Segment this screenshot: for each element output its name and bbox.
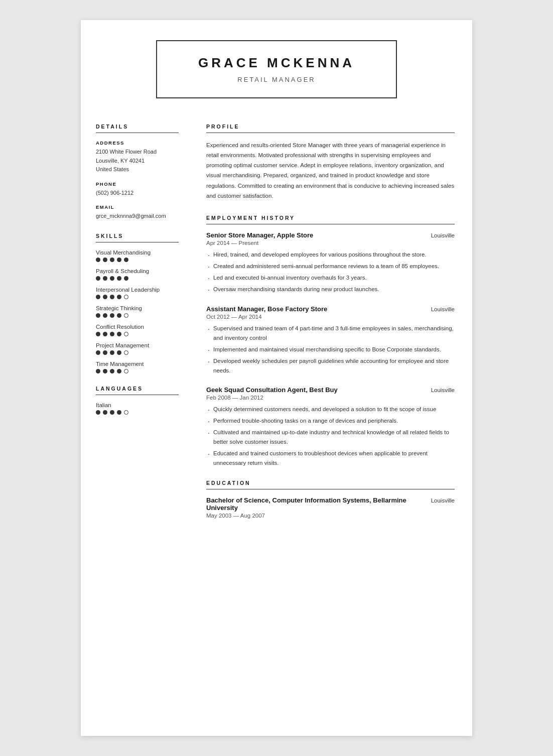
- skill-dots: [96, 276, 179, 281]
- skill-dots: [96, 295, 179, 299]
- dot-filled: [117, 313, 121, 318]
- languages-label: LANGUAGES: [96, 386, 179, 392]
- dot-filled: [117, 350, 121, 355]
- skill-name: Project Management: [96, 342, 179, 348]
- language-item: Italian: [96, 402, 179, 415]
- main-right: PROFILE Experienced and results-oriented…: [191, 113, 472, 551]
- dot-filled: [117, 258, 121, 262]
- candidate-name: GRACE MCKENNA: [187, 55, 366, 71]
- dot-filled: [96, 313, 100, 318]
- profile-section: PROFILE Experienced and results-oriented…: [206, 123, 455, 201]
- job-header-row: Senior Store Manager, Apple Store Louisv…: [206, 231, 455, 239]
- dot-filled: [110, 276, 114, 281]
- dot-filled: [96, 295, 100, 299]
- phone-value: (502) 906-1212: [96, 189, 179, 198]
- dot-filled: [96, 276, 100, 281]
- edu-dates: May 2003 — Aug 2007: [206, 513, 455, 519]
- dot-filled: [110, 313, 114, 318]
- dot-filled: [96, 350, 100, 355]
- skill-item: Payroll & Scheduling: [96, 268, 179, 281]
- skill-dots: [96, 313, 179, 318]
- main-content: DETAILS ADDRESS 2100 White Flower Road L…: [81, 113, 472, 551]
- dot-empty: [124, 350, 128, 355]
- dot-filled: [124, 276, 128, 281]
- dot-filled: [110, 369, 114, 373]
- skill-dots: [96, 258, 179, 262]
- education-label: EDUCATION: [206, 480, 455, 486]
- job-entry: Assistant Manager, Bose Factory Store Lo…: [206, 305, 455, 375]
- dot-filled: [110, 410, 114, 415]
- address-line1: 2100 White Flower Road: [96, 148, 179, 157]
- bullet-item: Hired, trained, and developed employees …: [206, 250, 455, 260]
- dot-filled: [96, 258, 100, 262]
- details-divider: [96, 133, 179, 133]
- dot-filled: [103, 295, 107, 299]
- bullet-item: Educated and trained customers to troubl…: [206, 449, 455, 468]
- dot-filled: [117, 332, 121, 336]
- skill-item: Time Management: [96, 361, 179, 373]
- resume-page: GRACE MCKENNA RETAIL MANAGER DETAILS ADD…: [81, 20, 472, 736]
- dot-filled: [117, 295, 121, 299]
- skill-name-conflict: Conflict Resolution: [96, 324, 179, 330]
- header-box: GRACE MCKENNA RETAIL MANAGER: [156, 40, 397, 98]
- education-divider: [206, 489, 455, 489]
- email-label: EMAIL: [96, 204, 179, 210]
- dot-filled: [103, 350, 107, 355]
- language-dots: [96, 410, 179, 415]
- details-section: DETAILS ADDRESS 2100 White Flower Road L…: [96, 123, 179, 221]
- edu-location: Louisville: [431, 497, 455, 503]
- education-header: EDUCATION: [206, 480, 455, 489]
- bullet-item: Performed trouble-shooting tasks on a ra…: [206, 416, 455, 426]
- education-section: EDUCATION Bachelor of Science, Computer …: [206, 480, 455, 519]
- bullet-item: Developed weekly schedules per payroll g…: [206, 356, 455, 375]
- edu-header-row: Bachelor of Science, Computer Informatio…: [206, 496, 455, 512]
- skill-name: Payroll & Scheduling: [96, 268, 179, 274]
- skills-section: SKILLS Visual Merchandising Payroll & Sc…: [96, 233, 179, 373]
- address-line3: United States: [96, 165, 179, 174]
- dot-filled: [103, 313, 107, 318]
- header-section: GRACE MCKENNA RETAIL MANAGER: [81, 20, 472, 113]
- phone-label: PHONE: [96, 181, 179, 187]
- skill-item: Project Management: [96, 342, 179, 355]
- dot-filled: [103, 276, 107, 281]
- candidate-job-title: RETAIL MANAGER: [187, 76, 366, 83]
- dot-filled: [103, 369, 107, 373]
- bullet-item: Quickly determined customers needs, and …: [206, 405, 455, 414]
- dot-filled: [110, 332, 114, 336]
- skill-item: Conflict Resolution: [96, 324, 179, 336]
- details-label: DETAILS: [96, 123, 179, 130]
- job-dates: Oct 2012 — Apr 2014: [206, 314, 455, 320]
- language-name: Italian: [96, 402, 179, 408]
- skill-item: Interpersonal Leadership: [96, 287, 179, 299]
- bullet-item: Created and administered semi-annual per…: [206, 262, 455, 271]
- job-location: Louisville: [431, 232, 455, 238]
- skill-dots: [96, 350, 179, 355]
- languages-divider: [96, 395, 179, 395]
- dot-filled: [117, 369, 121, 373]
- profile-text: Experienced and results-oriented Store M…: [206, 140, 455, 201]
- dot-filled: [103, 258, 107, 262]
- dot-filled: [96, 369, 100, 373]
- bullet-item: Oversaw merchandising standards during n…: [206, 285, 455, 294]
- job-dates: Apr 2014 — Present: [206, 240, 455, 246]
- skills-label: SKILLS: [96, 233, 179, 239]
- skill-item: Visual Merchandising: [96, 249, 179, 262]
- skill-name: Visual Merchandising: [96, 249, 179, 256]
- sidebar: DETAILS ADDRESS 2100 White Flower Road L…: [81, 113, 191, 551]
- dot-filled: [124, 258, 128, 262]
- skill-dots: [96, 332, 179, 336]
- dot-empty: [124, 295, 128, 299]
- job-entry: Geek Squad Consultation Agent, Best Buy …: [206, 386, 455, 468]
- employment-divider: [206, 224, 455, 224]
- profile-divider: [206, 133, 455, 133]
- edu-title-text: Bachelor of Science, Computer Informatio…: [206, 496, 417, 512]
- employment-header: EMPLOYMENT HISTORY: [206, 215, 455, 224]
- job-header-row: Assistant Manager, Bose Factory Store Lo…: [206, 305, 455, 313]
- dot-filled: [110, 258, 114, 262]
- email-value: grce_mcknnna9@gmail.com: [96, 212, 179, 221]
- job-location: Louisville: [431, 387, 455, 393]
- job-location: Louisville: [431, 306, 455, 312]
- job-title-text: Assistant Manager, Bose Factory Store: [206, 305, 327, 313]
- dot-filled: [117, 410, 121, 415]
- skill-name-interpersonal: Interpersonal Leadership: [96, 287, 179, 293]
